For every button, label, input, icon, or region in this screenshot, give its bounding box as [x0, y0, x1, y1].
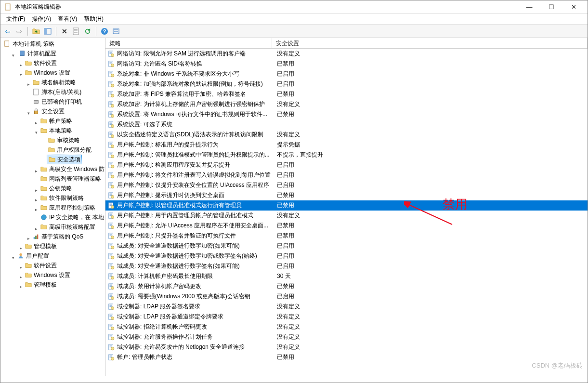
tree-network-list[interactable]: 网络列表管理器策略	[39, 174, 102, 184]
tree-printers[interactable]: 已部署的打印机	[31, 97, 83, 106]
tree-pane[interactable]: 本地计算机 策略 ▾ 计算机配置 ▸软件设置 ▾Windows 设置	[0, 38, 105, 376]
policy-row[interactable]: 用户帐户控制: 提示提升时切换到安全桌面已禁用	[105, 190, 588, 200]
policy-row[interactable]: 帐户: 管理员帐户状态已禁用	[105, 352, 588, 362]
show-hide-button[interactable]	[42, 26, 53, 37]
tree-account-policies[interactable]: 帐户策略	[39, 116, 73, 126]
expand-icon[interactable]: ▾	[18, 72, 24, 77]
expand-icon[interactable]: ▸	[18, 284, 24, 289]
tree-app-control[interactable]: 应用程序控制策略	[39, 203, 96, 212]
refresh-button[interactable]	[82, 26, 93, 37]
expand-icon[interactable]	[41, 149, 47, 154]
tree-u-software[interactable]: 软件设置	[24, 261, 58, 270]
policy-row[interactable]: 域成员: 对安全通道数据进行数字加密(如果可能)已启用	[105, 241, 588, 251]
expand-icon[interactable]: ▸	[26, 82, 31, 87]
delete-button[interactable]: ✕	[59, 26, 70, 37]
policy-row[interactable]: 系统加密: 为计算机上存储的用户密钥强制进行强密钥保护没有定义	[105, 99, 588, 109]
column-setting[interactable]: 安全设置	[272, 38, 588, 48]
tree-adv-fw[interactable]: 高级安全 Windows 防	[39, 164, 105, 174]
menu-view[interactable]: 查看(V)	[55, 14, 80, 24]
policy-row[interactable]: 用户帐户控制: 管理员批准模式中管理员的提升权限提示的...不提示，直接提升	[105, 150, 588, 160]
policy-row[interactable]: 网络访问: 允许匿名 SID/名称转换已禁用	[105, 59, 588, 69]
policy-row[interactable]: 域控制器: 允许服务器操作者计划任务没有定义	[105, 332, 588, 342]
policy-row[interactable]: 域成员: 对安全通道数据进行数字签名(如果可能)已启用	[105, 261, 588, 271]
tree-software-restrict[interactable]: 软件限制策略	[39, 193, 85, 203]
policy-row[interactable]: 用户帐户控制: 只提升签名并验证的可执行文件已禁用	[105, 231, 588, 241]
expand-icon[interactable]	[41, 159, 47, 164]
minimize-button[interactable]: —	[519, 1, 539, 13]
policy-row[interactable]: 系统设置: 将 Windows 可执行文件中的证书规则用于软件...已禁用	[105, 109, 588, 119]
maximize-button[interactable]: ☐	[541, 1, 562, 13]
policy-row[interactable]: 域控制器: LDAP 服务器签名要求没有定义	[105, 302, 588, 312]
policy-row[interactable]: 用户帐户控制: 以管理员批准模式运行所有管理员已禁用	[105, 200, 588, 211]
expand-icon[interactable]: ▸	[18, 63, 24, 67]
tree-adv-audit[interactable]: 高级审核策略配置	[39, 222, 96, 232]
policy-row[interactable]: 系统设置: 可选子系统	[105, 119, 588, 130]
policy-row[interactable]: 系统加密: 将 FIPS 兼容算法用于加密、哈希和签名已禁用	[105, 89, 588, 99]
policy-row[interactable]: 域控制器: 拒绝计算机帐户密码更改没有定义	[105, 322, 588, 332]
policy-row[interactable]: 域成员: 对安全通道数据进行数字加密或数字签名(始终)已启用	[105, 251, 588, 261]
tree-user-rights[interactable]: 用户权限分配	[47, 145, 92, 155]
policy-row[interactable]: 系统对象: 加强内部系统对象的默认权限(例如，符号链接)已启用	[105, 79, 588, 89]
expand-icon[interactable]: ▸	[26, 236, 31, 241]
expand-icon[interactable]: ▸	[18, 246, 24, 251]
menu-action[interactable]: 操作(A)	[29, 14, 54, 24]
forward-button[interactable]: ⇨	[14, 26, 25, 37]
expand-icon[interactable]	[26, 101, 31, 106]
policy-row[interactable]: 用户帐户控制: 用于内置管理员帐户的管理员批准模式没有定义	[105, 211, 588, 221]
policy-row[interactable]: 网络访问: 限制允许对 SAM 进行远程调用的客户端没有定义	[105, 49, 588, 59]
filter-button[interactable]	[111, 26, 121, 37]
tree-u-windows[interactable]: Windows 设置	[24, 270, 71, 280]
tree-security-options[interactable]: 安全选项	[47, 155, 82, 164]
tree-public-key[interactable]: 公钥策略	[39, 184, 73, 193]
expand-icon[interactable]: ▸	[33, 188, 39, 193]
tree-scripts[interactable]: 脚本(启动/关机)	[31, 87, 82, 97]
expand-icon[interactable]: ▸	[33, 207, 39, 212]
tree-root[interactable]: 本地计算机 策略	[2, 39, 55, 49]
tree-user-config[interactable]: 用户配置	[16, 251, 50, 261]
policy-row[interactable]: 系统对象: 非 Windows 子系统不要求区分大小写已启用	[105, 69, 588, 79]
tree-local-policies[interactable]: 本地策略	[39, 126, 73, 135]
expand-icon[interactable]: ▸	[33, 120, 39, 125]
expand-icon[interactable]	[33, 178, 39, 183]
expand-icon[interactable]: ▾	[10, 53, 16, 58]
up-button[interactable]	[31, 26, 41, 37]
expand-icon[interactable]	[33, 217, 39, 222]
tree-computer-config[interactable]: 计算机配置	[17, 49, 57, 58]
policy-row[interactable]: 用户帐户控制: 标准用户的提升提示行为提示凭据	[105, 140, 588, 150]
expand-icon[interactable]: ▾	[10, 255, 16, 260]
policy-row[interactable]: 域成员: 计算机帐户密码最长使用期限30 天	[105, 271, 588, 281]
menu-help[interactable]: 帮助(H)	[81, 14, 106, 24]
tree-u-admin[interactable]: 管理模板	[24, 280, 58, 290]
tree-audit-policy[interactable]: 审核策略	[47, 135, 81, 145]
policy-row[interactable]: 域成员: 需要强(Windows 2000 或更高版本)会话密钥已启用	[105, 291, 588, 302]
list-body[interactable]: 网络访问: 限制允许对 SAM 进行远程调用的客户端没有定义网络访问: 允许匿名…	[105, 49, 588, 376]
expand-icon[interactable]: ▸	[18, 275, 24, 279]
policy-row[interactable]: 以安全描述符定义语言(SDDL)语法表示的计算机访问限制没有定义	[105, 130, 588, 140]
close-button[interactable]: ✕	[563, 1, 584, 13]
policy-row[interactable]: 域成员: 禁用计算机帐户密码更改已禁用	[105, 281, 588, 291]
expand-icon[interactable]: ▾	[33, 130, 39, 135]
policy-row[interactable]: 用户帐户控制: 将文件和注册表写入错误虚拟化到每用户位置已启用	[105, 170, 588, 180]
expand-icon[interactable]: ▾	[26, 111, 31, 116]
tree-ip-security[interactable]: IP 安全策略，在 本地	[39, 212, 105, 222]
menu-file[interactable]: 文件(F)	[3, 14, 28, 24]
tree-security-settings[interactable]: 安全设置	[31, 106, 65, 116]
policy-row[interactable]: 域控制器: 允许易受攻击的 Netlogon 安全通道连接没有定义	[105, 342, 588, 352]
expand-icon[interactable]: ▸	[18, 265, 24, 270]
properties-button[interactable]	[71, 26, 81, 37]
tree-name-res[interactable]: 域名解析策略	[31, 78, 77, 87]
policy-row[interactable]: 域控制器: LDAP 服务器通道绑定令牌要求没有定义	[105, 312, 588, 322]
expand-icon[interactable]: ▸	[33, 226, 39, 231]
tree-admin-templates[interactable]: 管理模板	[24, 241, 58, 251]
column-policy[interactable]: 策略	[105, 38, 272, 48]
expand-icon[interactable]	[26, 92, 31, 96]
policy-row[interactable]: 用户帐户控制: 允许 UIAccess 应用程序在不使用安全桌面...已禁用	[105, 221, 588, 231]
expand-icon[interactable]: ▸	[33, 198, 39, 202]
help-button[interactable]: ?	[99, 26, 110, 37]
tree-windows-settings[interactable]: Windows 设置	[24, 68, 71, 78]
expand-icon[interactable]	[41, 140, 47, 145]
back-button[interactable]: ⇦	[2, 26, 13, 37]
expand-icon[interactable]: ▸	[33, 169, 39, 173]
tree-software-settings[interactable]: 软件设置	[24, 58, 58, 68]
policy-row[interactable]: 用户帐户控制: 仅提升安装在安全位置的 UIAccess 应用程序已启用	[105, 180, 588, 190]
